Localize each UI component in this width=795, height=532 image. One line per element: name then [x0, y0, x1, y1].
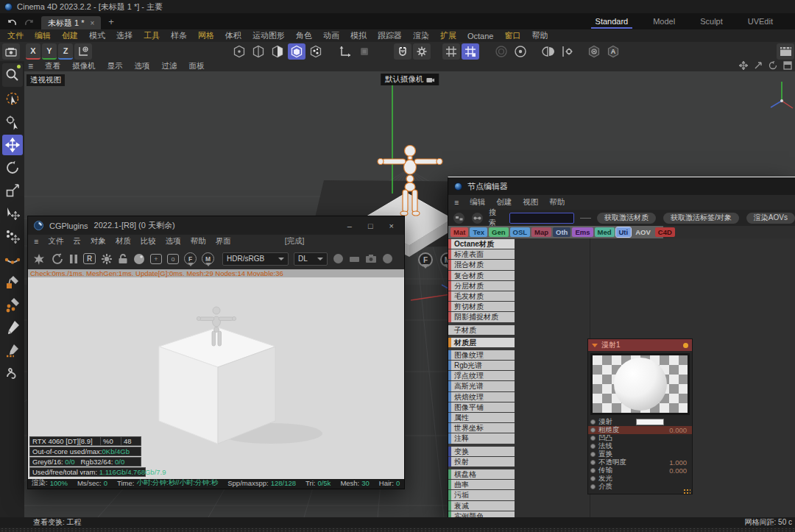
node-canvas[interactable]: 漫射1 漫射: [515, 238, 795, 517]
viewport-rotate-icon[interactable]: [768, 61, 777, 70]
node-type-item[interactable]: 属性: [448, 413, 515, 422]
node-editor-menu-item[interactable]: 创建: [496, 197, 512, 208]
node-type-item[interactable]: 注释: [448, 433, 515, 443]
node-type-item[interactable]: 图像纹理: [448, 350, 515, 360]
octane-render-view[interactable]: RTX 4060 [DT][8.9] %0 48 Out-of-core use…: [28, 277, 404, 478]
node-type-item[interactable]: 剪切材质: [448, 302, 515, 311]
node-type-item[interactable]: 标准表面: [448, 249, 515, 259]
redo-icon[interactable]: [24, 18, 34, 26]
menu-item[interactable]: 帮助: [531, 30, 548, 41]
node-type-item[interactable]: 阴影捕捉材质: [448, 312, 515, 322]
axis-lock-button[interactable]: Y: [42, 43, 57, 60]
falloff-on-icon[interactable]: [512, 43, 529, 60]
node-category-tab[interactable]: C4D: [655, 227, 675, 237]
render-region-icon[interactable]: [2, 43, 20, 60]
node-category-tab[interactable]: Tex: [470, 227, 487, 237]
node-resize-handle[interactable]: [683, 489, 690, 494]
parameter-port[interactable]: [590, 476, 596, 481]
node-type-item[interactable]: 投射: [448, 457, 515, 467]
node-link-icon[interactable]: [471, 212, 484, 224]
octane-star-icon[interactable]: [32, 252, 46, 266]
node-category-tab[interactable]: Uti: [616, 227, 632, 237]
menu-item[interactable]: 窗口: [504, 30, 520, 41]
modeling-settings-icon[interactable]: [559, 43, 576, 60]
command-search-icon[interactable]: [2, 63, 23, 87]
parameter-port[interactable]: [590, 468, 596, 473]
add-region-button[interactable]: +: [150, 254, 162, 264]
node-category-tab[interactable]: Med: [595, 227, 615, 237]
live-selection-icon[interactable]: [2, 89, 23, 110]
node-type-item[interactable]: 世界坐标: [448, 423, 515, 433]
menu-item[interactable]: 样条: [171, 30, 187, 41]
node-type-item[interactable]: 材质层: [448, 338, 515, 347]
spline-pen-square-icon[interactable]: [2, 272, 23, 292]
menu-item[interactable]: 体积: [225, 30, 241, 41]
octane-menu-item[interactable]: 云: [73, 236, 81, 247]
octane-menu-icon[interactable]: ≡: [34, 237, 38, 246]
clear-region-button[interactable]: o: [167, 254, 179, 264]
octane-settings-gear-icon[interactable]: [101, 253, 113, 265]
material-ball-icon[interactable]: [133, 253, 145, 265]
symmetry-icon[interactable]: [540, 43, 557, 60]
octane-pin-f-button[interactable]: F: [184, 252, 197, 265]
layout-tab[interactable]: Sculpt: [699, 17, 724, 26]
pause-render-icon[interactable]: [69, 254, 78, 264]
node-category-tab[interactable]: OSL: [510, 227, 531, 237]
octane-camera-icon[interactable]: [365, 254, 377, 263]
node-output-dot[interactable]: [683, 343, 688, 348]
viewport-menu-item[interactable]: 显示: [107, 61, 123, 71]
octane-menu-item[interactable]: 比较: [141, 236, 156, 247]
node-type-item[interactable]: 子材质: [448, 325, 515, 335]
timeline-drag-strip[interactable]: [0, 528, 795, 532]
transfer-tool-icon[interactable]: [2, 203, 23, 224]
menu-item[interactable]: 跟踪器: [378, 30, 402, 41]
lock-resolution-icon[interactable]: [118, 253, 128, 264]
polygons-mode-icon[interactable]: [269, 43, 286, 60]
node-type-item[interactable]: 实例颜色: [448, 511, 515, 517]
menu-item[interactable]: 文件: [7, 30, 24, 41]
model-mode-icon[interactable]: [288, 43, 305, 60]
layout-tab[interactable]: Model: [651, 17, 676, 26]
octane-live-viewer-window[interactable]: CGPlugins 2022.1-[R8] (0 天剩余) – □ × ≡ 文件…: [27, 216, 405, 489]
edges-mode-icon[interactable]: [250, 43, 267, 60]
parameter-port[interactable]: [590, 428, 596, 433]
viewport-pan-icon[interactable]: [739, 61, 748, 70]
minimize-button[interactable]: –: [347, 221, 352, 230]
menu-item[interactable]: 工具: [144, 30, 160, 41]
spline-pen-points-icon[interactable]: [2, 294, 23, 315]
node-search-input[interactable]: [509, 213, 574, 224]
node-editor-action-button[interactable]: 获取激活标签/对象: [663, 213, 739, 224]
points-mode-icon[interactable]: [230, 43, 248, 60]
menu-item[interactable]: Octane: [467, 32, 493, 40]
view-label[interactable]: 透视视图: [26, 74, 65, 86]
menu-item[interactable]: 运动图形: [252, 30, 285, 41]
node-editor-menu-icon[interactable]: ≡: [454, 198, 459, 207]
axis-lock-button[interactable]: Z: [58, 43, 73, 60]
node-type-item[interactable]: Octane材质: [448, 239, 515, 249]
node-type-item[interactable]: 衰减: [448, 501, 515, 511]
viewport-toggle-icon[interactable]: [783, 61, 792, 70]
viewport-zoom-icon[interactable]: [754, 61, 763, 70]
auto-mode-icon[interactable]: A: [604, 43, 622, 60]
knife-tool-icon[interactable]: [2, 317, 23, 338]
octane-menu-item[interactable]: 文件: [48, 236, 63, 247]
octane-pin-m-button[interactable]: M: [202, 252, 214, 265]
viewport-menu-item[interactable]: 选项: [135, 61, 150, 71]
node-type-item[interactable]: 棋盘格: [448, 469, 515, 479]
close-button[interactable]: ×: [389, 221, 394, 230]
snap-enable-icon[interactable]: [394, 43, 411, 60]
node-category-tab[interactable]: Ems: [572, 227, 593, 237]
menu-item[interactable]: 选择: [116, 30, 132, 41]
node-type-item[interactable]: 毛发材质: [448, 291, 515, 301]
menu-item[interactable]: 动画: [323, 30, 339, 41]
menu-item[interactable]: 渲染: [413, 30, 429, 41]
viewport-solo-icon[interactable]: [585, 43, 603, 60]
node-type-item[interactable]: 变换: [448, 447, 515, 456]
node-type-item[interactable]: Rgb光谱: [448, 361, 515, 370]
tweak-tool-icon[interactable]: [2, 112, 23, 132]
menu-item[interactable]: 网格: [198, 30, 214, 41]
tab-close-icon[interactable]: ×: [91, 19, 95, 27]
node-category-tab[interactable]: Gen: [489, 227, 508, 237]
snap-settings-gear-icon[interactable]: [413, 43, 431, 60]
multi-move-tool-icon[interactable]: [2, 226, 23, 247]
